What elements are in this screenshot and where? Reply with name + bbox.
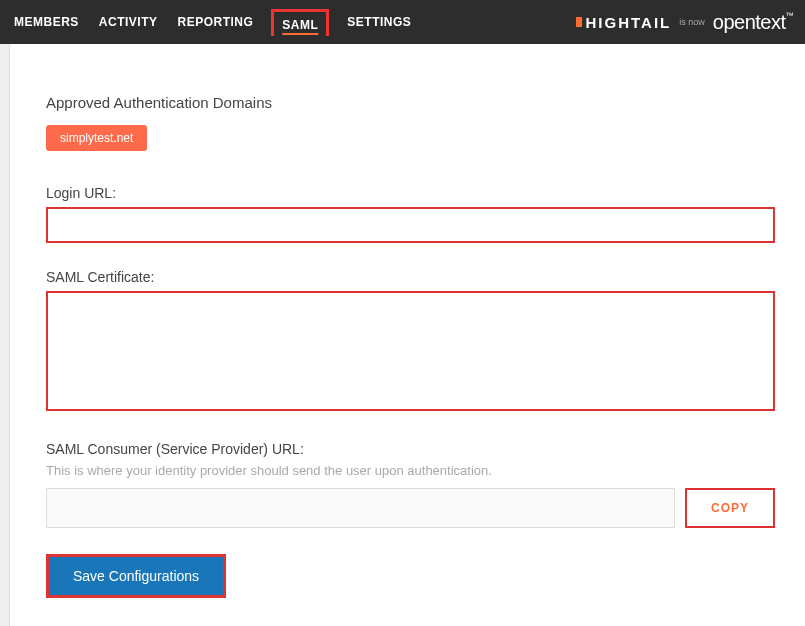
consumer-row: COPY [46,488,775,528]
hightail-mark-icon [576,17,582,27]
is-now-text: is now [679,17,705,27]
content-wrapper: Approved Authentication Domains simplyte… [0,44,805,626]
nav-reporting[interactable]: REPORTING [176,11,256,33]
hightail-wordmark: HIGHTAIL [586,14,672,31]
approved-domains-title: Approved Authentication Domains [46,94,775,111]
main-nav: MEMBERS ACTIVITY REPORTING SAML SETTINGS [12,9,413,36]
left-gutter [0,44,10,626]
login-url-label: Login URL: [46,185,775,201]
saml-cert-textarea[interactable] [46,291,775,411]
login-url-input[interactable] [46,207,775,243]
nav-activity[interactable]: ACTIVITY [97,11,160,33]
top-header: MEMBERS ACTIVITY REPORTING SAML SETTINGS… [0,0,805,44]
opentext-tm: ™ [786,11,794,20]
nav-saml[interactable]: SAML [271,9,329,36]
consumer-url-help: This is where your identity provider sho… [46,463,775,478]
copy-button[interactable]: COPY [685,488,775,528]
consumer-url-input[interactable] [46,488,675,528]
hightail-logo: HIGHTAIL [576,14,672,31]
saml-cert-label: SAML Certificate: [46,269,775,285]
domain-tag[interactable]: simplytest.net [46,125,147,151]
opentext-word: opentext [713,11,786,33]
brand-area: HIGHTAIL is now opentext™ [576,11,793,34]
opentext-logo: opentext™ [713,11,793,34]
nav-members[interactable]: MEMBERS [12,11,81,33]
nav-settings[interactable]: SETTINGS [345,11,413,33]
saml-settings-panel: Approved Authentication Domains simplyte… [10,44,805,626]
save-configurations-button[interactable]: Save Configurations [46,554,226,598]
consumer-url-label: SAML Consumer (Service Provider) URL: [46,441,775,457]
